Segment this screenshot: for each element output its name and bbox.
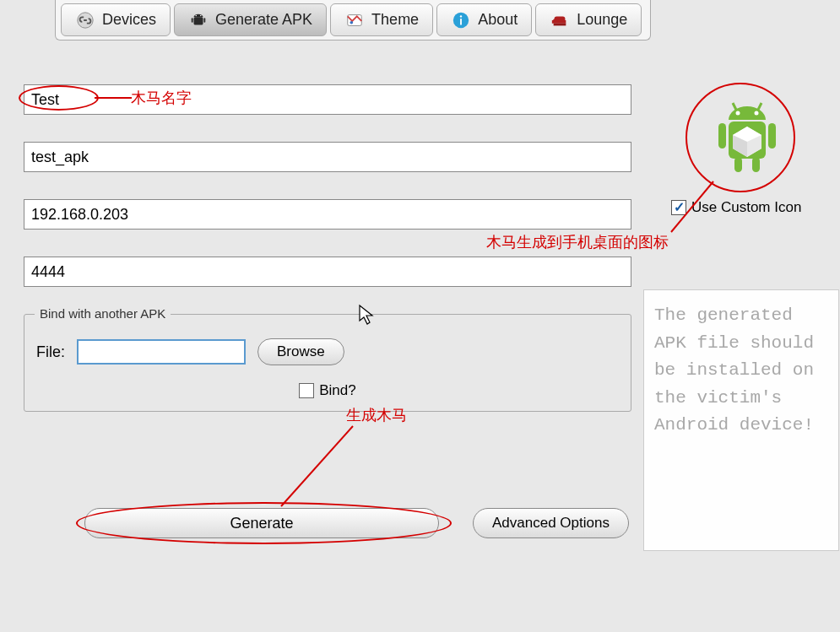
svg-rect-18	[768, 123, 776, 149]
port-input[interactable]	[24, 257, 631, 287]
svg-rect-5	[203, 18, 205, 23]
svg-rect-11	[554, 23, 566, 25]
tab-generate-apk[interactable]: Generate APK	[174, 3, 327, 36]
svg-rect-20	[752, 157, 760, 172]
bind-checkbox[interactable]	[299, 383, 314, 398]
cursor-icon	[358, 304, 377, 327]
bind-fieldset: Bind with another APK File: Browse Bind?	[24, 314, 631, 412]
browse-button[interactable]: Browse	[257, 338, 344, 365]
use-custom-icon-checkbox[interactable]: ✓	[671, 200, 686, 215]
apk-name-input[interactable]	[24, 142, 631, 172]
android-icon	[188, 10, 209, 30]
android-mascot-icon	[701, 93, 794, 186]
bind-checkbox-label: Bind?	[319, 382, 355, 399]
tab-devices[interactable]: Devices	[61, 3, 171, 36]
tab-label: Lounge	[577, 11, 627, 29]
svg-rect-17	[718, 123, 726, 149]
ip-input[interactable]	[24, 199, 631, 230]
advanced-options-button[interactable]: Advanced Options	[473, 508, 629, 538]
annotation-generate-line	[277, 422, 361, 515]
svg-point-14	[735, 111, 740, 116]
tab-theme[interactable]: Theme	[330, 3, 433, 36]
bottom-button-row: Generate Advanced Options	[84, 508, 629, 538]
svg-point-7	[350, 20, 354, 24]
svg-rect-19	[734, 157, 742, 172]
svg-point-15	[754, 111, 758, 116]
form-area: Bind with another APK File: Browse Bind?	[24, 84, 631, 412]
svg-rect-4	[192, 18, 193, 23]
custom-icon-area: ✓ Use Custom Icon	[692, 93, 801, 216]
lounge-icon	[550, 10, 570, 30]
info-icon	[451, 10, 471, 30]
svg-rect-6	[348, 14, 362, 25]
tab-lounge[interactable]: Lounge	[535, 3, 642, 36]
use-custom-icon-label: Use Custom Icon	[691, 199, 801, 216]
svg-line-23	[281, 426, 353, 506]
fieldset-legend: Bind with another APK	[35, 306, 171, 321]
theme-icon	[344, 10, 365, 30]
bind-checkbox-row: Bind?	[36, 382, 619, 399]
tab-label: About	[478, 11, 518, 29]
tab-label: Generate APK	[215, 11, 312, 29]
tab-label: Devices	[102, 11, 156, 29]
generate-button[interactable]: Generate	[84, 508, 439, 538]
svg-rect-1	[194, 17, 203, 24]
link-icon	[75, 10, 95, 30]
tab-bar: Devices Generate APK Theme About Lounge	[55, 0, 651, 41]
file-label: File:	[36, 343, 65, 361]
name-input[interactable]	[24, 84, 631, 115]
svg-point-10	[460, 15, 462, 17]
tab-about[interactable]: About	[436, 3, 532, 36]
use-custom-icon-row: ✓ Use Custom Icon	[671, 199, 801, 216]
svg-point-3	[200, 14, 201, 15]
tab-label: Theme	[371, 11, 419, 29]
svg-rect-9	[460, 19, 462, 24]
info-panel: The generated APK file should be install…	[643, 289, 839, 551]
file-input[interactable]	[77, 339, 246, 365]
file-row: File: Browse	[36, 330, 619, 382]
svg-point-2	[196, 14, 197, 15]
